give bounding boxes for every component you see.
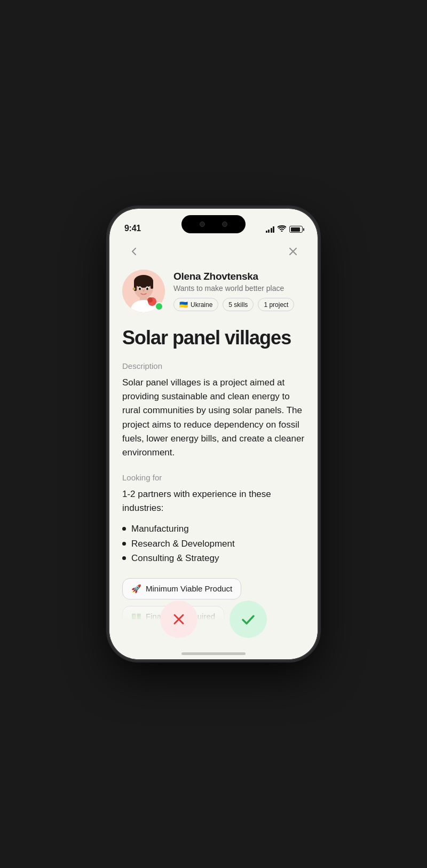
industry-label: Research & Development bbox=[131, 536, 235, 551]
svg-point-12 bbox=[146, 288, 148, 290]
industry-item-rd: Research & Development bbox=[122, 536, 305, 551]
reject-button[interactable] bbox=[160, 601, 197, 638]
svg-point-8 bbox=[147, 297, 153, 303]
status-time: 9:41 bbox=[124, 224, 141, 233]
project-title: Solar panel villages bbox=[122, 327, 305, 349]
svg-rect-6 bbox=[151, 281, 153, 289]
profile-name: Olena Zhovtenska bbox=[173, 271, 305, 282]
phone-shell: 9:41 bbox=[109, 209, 318, 659]
country-label: Ukraine bbox=[191, 301, 212, 309]
projects-label: 1 project bbox=[264, 301, 288, 309]
bullet-dot bbox=[122, 556, 126, 560]
nav-bar bbox=[122, 238, 305, 270]
description-label: Description bbox=[122, 361, 305, 370]
country-tag[interactable]: 🇺🇦 Ukraine bbox=[173, 298, 218, 311]
profile-section: Olena Zhovtenska Wants to make world bet… bbox=[122, 270, 305, 312]
country-flag: 🇺🇦 bbox=[179, 301, 188, 309]
signal-bars-icon bbox=[266, 226, 275, 233]
looking-for-label: Looking for bbox=[122, 473, 305, 482]
profile-info: Olena Zhovtenska Wants to make world bet… bbox=[173, 271, 305, 311]
back-button[interactable] bbox=[124, 242, 144, 261]
industry-label: Manufacturing bbox=[131, 522, 189, 536]
svg-point-11 bbox=[139, 288, 141, 290]
industries-list: Manufacturing Research & Development Con… bbox=[122, 522, 305, 565]
profile-tags: 🇺🇦 Ukraine 5 skills 1 project bbox=[173, 298, 305, 311]
skills-tag[interactable]: 5 skills bbox=[223, 298, 254, 311]
looking-for-intro: 1-2 partners with experience in these in… bbox=[122, 487, 305, 516]
svg-point-4 bbox=[134, 275, 153, 288]
bottom-bar bbox=[109, 595, 318, 659]
industry-item-consulting: Consulting & Strategy bbox=[122, 551, 305, 565]
badge-mvp-label: Minimum Viable Product bbox=[146, 584, 232, 593]
bullet-dot bbox=[122, 542, 126, 546]
svg-point-13 bbox=[133, 288, 136, 290]
close-button[interactable] bbox=[283, 242, 303, 261]
dynamic-island-right bbox=[222, 222, 227, 227]
status-icons bbox=[266, 225, 303, 233]
battery-icon bbox=[289, 226, 303, 233]
phone-screen: 9:41 bbox=[109, 209, 318, 659]
industry-label: Consulting & Strategy bbox=[131, 551, 219, 565]
wifi-icon bbox=[278, 225, 286, 233]
dynamic-island-left bbox=[200, 222, 205, 227]
badge-mvp-icon: 🚀 bbox=[131, 584, 141, 594]
industry-item-manufacturing: Manufacturing bbox=[122, 522, 305, 536]
avatar-wrapper bbox=[122, 270, 165, 312]
dynamic-island bbox=[181, 215, 246, 233]
projects-tag[interactable]: 1 project bbox=[258, 298, 294, 311]
profile-tagline: Wants to make world better place bbox=[173, 284, 305, 293]
skills-label: 5 skills bbox=[228, 301, 248, 309]
looking-for-section: Looking for 1-2 partners with experience… bbox=[122, 473, 305, 565]
accept-button[interactable] bbox=[230, 601, 267, 638]
home-indicator bbox=[181, 652, 246, 655]
description-text: Solar panel villages is a project aimed … bbox=[122, 376, 305, 460]
online-badge bbox=[155, 302, 163, 311]
bullet-dot bbox=[122, 527, 126, 531]
